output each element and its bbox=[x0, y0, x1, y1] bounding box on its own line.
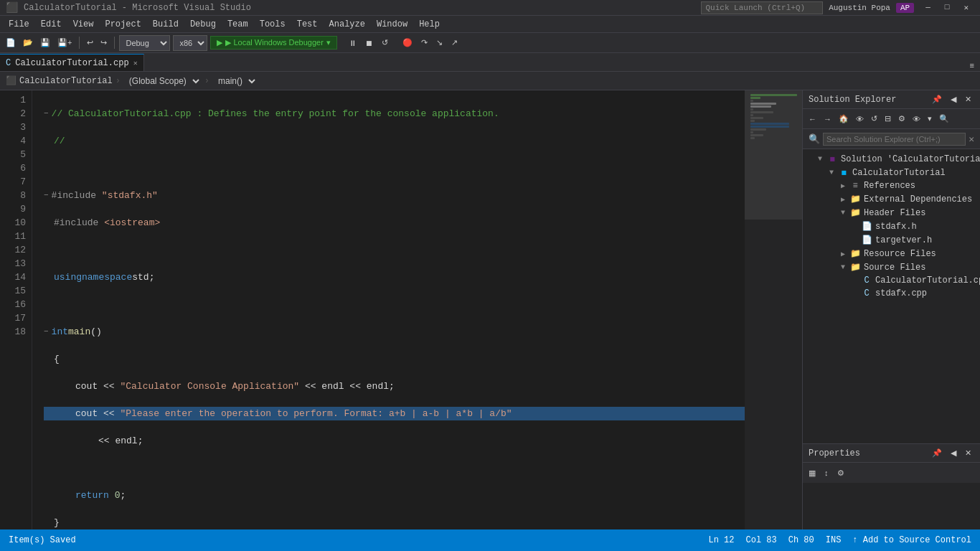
menu-item-tools[interactable]: Tools bbox=[254, 18, 291, 31]
tree-source-files[interactable]: ▼ 📁 Source Files bbox=[803, 260, 980, 274]
se-refresh-button[interactable]: ↺ bbox=[868, 113, 880, 125]
prop-arrow-button[interactable]: ◀ bbox=[948, 447, 959, 459]
menu-bar: FileEditViewProjectBuildDebugTeamToolsTe… bbox=[0, 16, 980, 33]
se-toolbar: ← → 🏠 👁 ↺ ⊟ ⚙ 👁 ▾ 🔍 bbox=[803, 109, 980, 129]
tree-resource-files[interactable]: ▶ 📁 Resource Files bbox=[803, 247, 980, 260]
code-line-7: using namespace std; bbox=[44, 270, 745, 284]
step-into-button[interactable]: ↘ bbox=[433, 37, 446, 49]
tree-project[interactable]: ▼ ◼ CalculatorTutorial bbox=[803, 166, 980, 179]
se-close-button[interactable]: ✕ bbox=[962, 93, 974, 105]
tree-solution[interactable]: ▼ ◼ Solution 'CalculatorTutorial' (1 pro… bbox=[803, 152, 980, 166]
search-box[interactable]: Quick Launch (Ctrl+Q) bbox=[701, 1, 824, 14]
undo-button[interactable]: ↩ bbox=[84, 37, 96, 49]
se-collapse-button[interactable]: ⊟ bbox=[882, 113, 894, 125]
prop-sort-button[interactable]: ↕ bbox=[821, 467, 831, 479]
save-button[interactable]: 💾 bbox=[37, 37, 53, 49]
stdafx-cpp-expand: ▶ bbox=[849, 289, 860, 298]
menu-item-test[interactable]: Test bbox=[291, 18, 324, 31]
menu-item-project[interactable]: Project bbox=[99, 18, 146, 31]
minimize-button[interactable]: — bbox=[920, 3, 936, 12]
se-filter-button[interactable]: ▾ bbox=[925, 113, 935, 125]
status-text: Item(s) Saved bbox=[9, 535, 76, 545]
resource-files-expand-icon[interactable]: ▶ bbox=[837, 250, 849, 258]
file-icon: C bbox=[6, 58, 11, 68]
source-files-expand-icon[interactable]: ▼ bbox=[837, 263, 849, 271]
tab-close-button[interactable]: ✕ bbox=[133, 59, 138, 67]
ext-deps-label: External Dependencies bbox=[864, 194, 980, 204]
restart-button[interactable]: ↺ bbox=[379, 37, 391, 49]
menu-item-analyze[interactable]: Analyze bbox=[324, 18, 371, 31]
se-properties-button[interactable]: ⚙ bbox=[895, 113, 908, 125]
se-arrow-button[interactable]: ◀ bbox=[948, 93, 959, 105]
source-control-button[interactable]: ↑ Add to Source Control bbox=[852, 535, 971, 545]
se-home-button[interactable]: 🏠 bbox=[836, 113, 852, 125]
tree-header-files[interactable]: ▼ 📁 Header Files bbox=[803, 206, 980, 220]
menu-item-file[interactable]: File bbox=[3, 18, 35, 31]
menu-item-team[interactable]: Team bbox=[222, 18, 254, 31]
prop-pin-button[interactable]: 📌 bbox=[929, 447, 945, 459]
minimap bbox=[745, 90, 802, 529]
close-button[interactable]: ✕ bbox=[958, 3, 974, 12]
prop-close-button[interactable]: ✕ bbox=[962, 447, 974, 459]
open-button[interactable]: 📂 bbox=[20, 37, 36, 49]
code-container[interactable]: 1 2 3 4 5 6 7 8 9 10 11 12 13 14 15 16 1 bbox=[0, 90, 802, 529]
maximize-button[interactable]: □ bbox=[939, 3, 956, 12]
scope-select[interactable]: (Global Scope) bbox=[123, 75, 202, 87]
save-all-button[interactable]: 💾+ bbox=[55, 37, 75, 49]
tree-references[interactable]: ▶ ≡ References bbox=[803, 179, 980, 192]
code-line-1: −// CalculatorTutorial.cpp : Defines the… bbox=[44, 107, 745, 121]
pause-button[interactable]: ⏸ bbox=[346, 37, 359, 49]
project-expand-icon[interactable]: ▼ bbox=[826, 169, 837, 176]
menu-item-view[interactable]: View bbox=[67, 18, 100, 31]
references-expand-icon[interactable]: ▶ bbox=[837, 182, 849, 190]
minimap-viewport[interactable] bbox=[745, 90, 802, 220]
se-back-button[interactable]: ← bbox=[806, 113, 819, 125]
ext-deps-expand-icon[interactable]: ▶ bbox=[837, 195, 849, 204]
properties-panel: Properties 📌 ◀ ✕ ▦ ↕ ⚙ bbox=[803, 443, 980, 529]
project-label: CalculatorTutorial bbox=[852, 168, 980, 178]
new-project-button[interactable]: 📄 bbox=[3, 37, 19, 49]
solution-expand-icon[interactable]: ▼ bbox=[814, 155, 826, 163]
tree-external-deps[interactable]: ▶ 📁 External Dependencies bbox=[803, 192, 980, 206]
search-clear-icon[interactable]: ✕ bbox=[969, 133, 974, 145]
menu-item-debug[interactable]: Debug bbox=[184, 18, 222, 31]
menu-item-window[interactable]: Window bbox=[371, 18, 413, 31]
se-preview-button[interactable]: 👁 bbox=[910, 113, 923, 125]
header-files-expand-icon[interactable]: ▼ bbox=[837, 209, 849, 217]
step-over-button[interactable]: ↷ bbox=[418, 37, 430, 49]
code-line-8 bbox=[44, 298, 745, 311]
prop-pages-button[interactable]: ⚙ bbox=[834, 467, 847, 479]
redo-button[interactable]: ↪ bbox=[98, 37, 110, 49]
tab-calculator-tutorial[interactable]: C CalculatorTutorial.cpp ✕ bbox=[0, 54, 144, 71]
undo-redo-group: ↩ ↪ bbox=[84, 37, 115, 49]
new-tab-button[interactable]: ≡ bbox=[967, 60, 977, 71]
run-dropdown-icon[interactable]: ▾ bbox=[326, 38, 331, 47]
breakpoint-button[interactable]: 🔴 bbox=[400, 37, 415, 49]
run-debugger-button[interactable]: ▶ ▶ Local Windows Debugger ▾ bbox=[210, 36, 336, 50]
targetver-h-icon: 📄 bbox=[860, 235, 873, 245]
prop-grid-button[interactable]: ▦ bbox=[806, 467, 819, 479]
tree-stdafx-cpp[interactable]: ▶ C stdafx.cpp bbox=[803, 287, 980, 300]
tree-calculator-cpp[interactable]: ▶ C CalculatorTutorial.cpp bbox=[803, 274, 980, 287]
se-pin-button[interactable]: 📌 bbox=[929, 93, 945, 105]
menu-item-edit[interactable]: Edit bbox=[35, 18, 67, 31]
se-header: Solution Explorer 📌 ◀ ✕ bbox=[803, 90, 980, 109]
se-forward-button[interactable]: → bbox=[821, 113, 834, 125]
debug-config-select[interactable]: Debug Release bbox=[119, 35, 170, 51]
stop-button[interactable]: ⏹ bbox=[362, 37, 376, 49]
header-files-icon: 📁 bbox=[849, 207, 862, 218]
menu-item-build[interactable]: Build bbox=[147, 18, 184, 31]
tree-stdafx-h[interactable]: ▶ 📄 stdafx.h bbox=[803, 220, 980, 233]
ext-deps-icon: 📁 bbox=[849, 194, 862, 204]
se-search-button[interactable]: 🔍 bbox=[936, 113, 952, 125]
symbol-select[interactable]: main() bbox=[212, 75, 258, 87]
platform-select[interactable]: x86 x64 bbox=[173, 35, 207, 51]
line-numbers: 1 2 3 4 5 6 7 8 9 10 11 12 13 14 15 16 1 bbox=[0, 90, 32, 529]
step-out-button[interactable]: ↗ bbox=[448, 37, 461, 49]
se-search-input[interactable] bbox=[823, 133, 966, 146]
status-left: Item(s) Saved bbox=[9, 535, 76, 545]
code-content[interactable]: −// CalculatorTutorial.cpp : Defines the… bbox=[32, 90, 745, 529]
tree-targetver-h[interactable]: ▶ 📄 targetver.h bbox=[803, 233, 980, 247]
menu-item-help[interactable]: Help bbox=[413, 18, 446, 31]
se-show-all-button[interactable]: 👁 bbox=[853, 113, 867, 125]
